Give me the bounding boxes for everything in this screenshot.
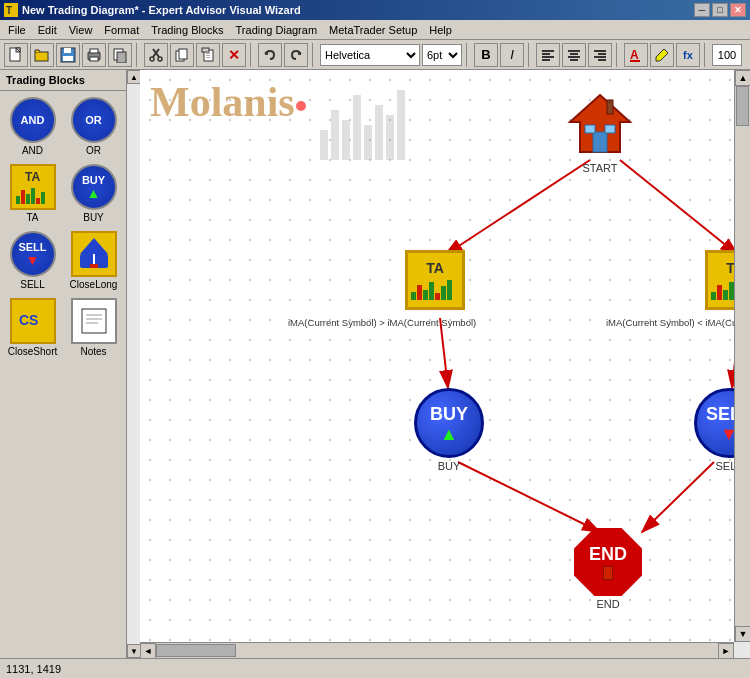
title-bar: T New Trading Diagram* - Expert Advisor … xyxy=(0,0,750,20)
vscroll-up-btn[interactable]: ▲ xyxy=(735,70,750,86)
toolbar-sep-4 xyxy=(466,43,470,67)
buy-node-label: BUY xyxy=(438,460,461,472)
block-closelong[interactable]: CloseLong xyxy=(65,229,122,292)
svg-rect-19 xyxy=(179,49,187,59)
window-controls: ─ □ ✕ xyxy=(694,3,746,17)
panel-scroll-up-btn[interactable]: ▲ xyxy=(127,70,141,84)
ta2-node[interactable]: TA xyxy=(705,250,734,310)
condition-text-2: iMA(Current Symbol) < iMA(Current Symbol… xyxy=(606,317,734,328)
window-title: New Trading Diagram* - Expert Advisor Vi… xyxy=(22,4,301,16)
bold-button[interactable]: B xyxy=(474,43,498,67)
svg-marker-43 xyxy=(80,238,108,254)
svg-rect-7 xyxy=(64,48,71,53)
font-size-selector[interactable]: 6pt 8pt 10pt 12pt xyxy=(422,44,462,66)
bg-chart xyxy=(320,80,405,160)
copy-button[interactable] xyxy=(170,43,194,67)
hscroll-thumb[interactable] xyxy=(156,644,236,657)
delete-button[interactable]: ✕ xyxy=(222,43,246,67)
paste-button[interactable] xyxy=(196,43,220,67)
panel-scroll-down-btn[interactable]: ▼ xyxy=(127,644,141,658)
svg-rect-24 xyxy=(206,57,210,58)
minimize-button[interactable]: ─ xyxy=(694,3,710,17)
block-sell-label: SELL xyxy=(20,279,44,290)
maximize-button[interactable]: □ xyxy=(712,3,728,17)
vscroll-down-btn[interactable]: ▼ xyxy=(735,626,750,642)
highlight-button[interactable] xyxy=(650,43,674,67)
svg-line-53 xyxy=(620,160,734,255)
block-notes[interactable]: Notes xyxy=(65,296,122,359)
molanis-dot xyxy=(296,101,306,111)
undo-button[interactable] xyxy=(258,43,282,67)
end-node-text: END xyxy=(589,544,627,565)
block-closelong-label: CloseLong xyxy=(70,279,118,290)
close-button[interactable]: ✕ xyxy=(730,3,746,17)
buy-node-text: BUY xyxy=(430,404,468,425)
new-button[interactable] xyxy=(4,43,28,67)
svg-line-57 xyxy=(642,462,714,532)
ta1-block: TA xyxy=(405,250,465,310)
end-node-label: END xyxy=(596,598,619,610)
block-or[interactable]: OR OR xyxy=(65,95,122,158)
end-battery-icon xyxy=(603,566,613,580)
svg-rect-10 xyxy=(90,49,98,53)
block-ta[interactable]: TA TA xyxy=(4,162,61,225)
font-color-button[interactable]: A xyxy=(624,43,648,67)
sell-diagram-node[interactable]: SELL ▼ SELL xyxy=(694,388,734,472)
block-and-label: AND xyxy=(22,145,43,156)
italic-button[interactable]: I xyxy=(500,43,524,67)
block-buy[interactable]: BUY ▲ BUY xyxy=(65,162,122,225)
panel-scrollbar: ▲ ▼ xyxy=(126,70,140,658)
redo-button[interactable] xyxy=(284,43,308,67)
buy-icon: BUY ▲ xyxy=(71,164,117,210)
start-house-icon xyxy=(565,90,635,160)
menu-bar: File Edit View Format Trading Blocks Tra… xyxy=(0,20,750,40)
svg-line-52 xyxy=(445,160,590,255)
save-button[interactable] xyxy=(56,43,80,67)
toolbar-sep-1 xyxy=(136,43,140,67)
svg-rect-23 xyxy=(206,55,210,56)
align-left-button[interactable] xyxy=(536,43,560,67)
svg-point-16 xyxy=(150,57,154,61)
ta1-node[interactable]: TA xyxy=(405,250,465,310)
vscroll-thumb[interactable] xyxy=(736,86,749,126)
align-right-button[interactable] xyxy=(588,43,612,67)
panel-content: AND AND OR OR TA xyxy=(0,91,126,658)
menu-view[interactable]: View xyxy=(63,22,99,38)
svg-rect-11 xyxy=(90,57,98,61)
block-closeshort[interactable]: CS CloseShort xyxy=(4,296,61,359)
menu-metatrader-setup[interactable]: MetaTrader Setup xyxy=(323,22,423,38)
ta2-block: TA xyxy=(705,250,734,310)
buy-diagram-node[interactable]: BUY ▲ BUY xyxy=(414,388,484,472)
toolbar-sep-5 xyxy=(528,43,532,67)
font-selector[interactable]: Helvetica Arial Times New Roman xyxy=(320,44,420,66)
menu-trading-blocks[interactable]: Trading Blocks xyxy=(145,22,229,38)
block-sell[interactable]: SELL ▼ SELL xyxy=(4,229,61,292)
toolbar-sep-3 xyxy=(312,43,316,67)
menu-format[interactable]: Format xyxy=(98,22,145,38)
open-button[interactable] xyxy=(30,43,54,67)
end-diagram-node[interactable]: END END xyxy=(574,528,642,610)
special-button[interactable]: fx xyxy=(676,43,700,67)
menu-help[interactable]: Help xyxy=(423,22,458,38)
svg-marker-41 xyxy=(656,49,668,61)
svg-rect-60 xyxy=(585,125,595,133)
panel-header: Trading Blocks xyxy=(0,70,126,91)
end-octagon-icon: END xyxy=(574,528,642,596)
canvas-wrap: Molanis xyxy=(140,70,750,658)
cut-button[interactable] xyxy=(144,43,168,67)
menu-edit[interactable]: Edit xyxy=(32,22,63,38)
print-button[interactable] xyxy=(82,43,106,67)
block-buy-label: BUY xyxy=(83,212,104,223)
menu-trading-diagram[interactable]: Trading Diagram xyxy=(230,22,324,38)
trading-blocks-panel: Trading Blocks AND AND OR OR xyxy=(0,70,140,658)
preview-button[interactable] xyxy=(108,43,132,67)
hscroll-right-btn[interactable]: ► xyxy=(718,643,734,658)
svg-rect-8 xyxy=(63,56,73,61)
menu-file[interactable]: File xyxy=(2,22,32,38)
start-node[interactable]: START xyxy=(565,90,635,174)
diagram-canvas[interactable]: Molanis xyxy=(140,70,734,642)
hscroll-left-btn[interactable]: ◄ xyxy=(140,643,156,658)
block-and[interactable]: AND AND xyxy=(4,95,61,158)
status-bar: 1131, 1419 xyxy=(0,658,750,678)
align-center-button[interactable] xyxy=(562,43,586,67)
